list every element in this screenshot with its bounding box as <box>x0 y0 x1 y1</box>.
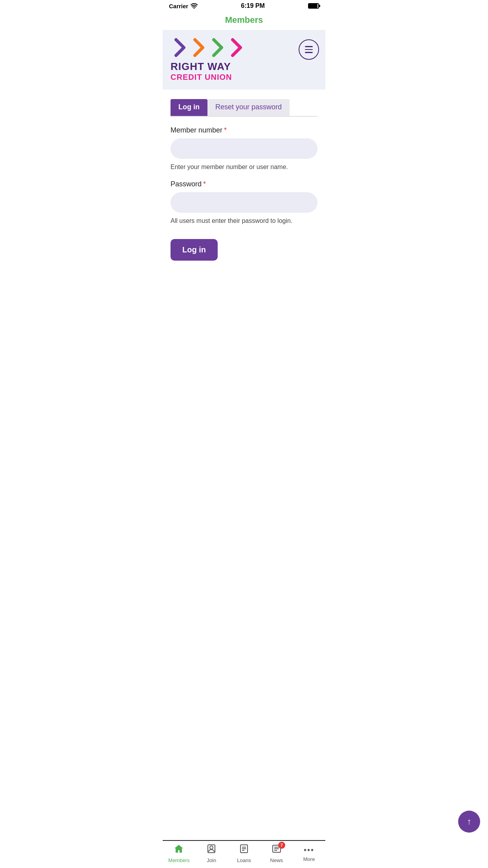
member-number-required: * <box>224 126 227 134</box>
logo-section: RIGHT WAY CREDIT UNION <box>171 38 246 82</box>
password-required: * <box>203 180 206 188</box>
password-group: Password * All users must enter their pa… <box>171 180 317 225</box>
logo-arrow-orange <box>189 38 208 57</box>
member-number-label: Member number * <box>171 126 317 134</box>
member-number-group: Member number * Enter your member number… <box>171 126 317 171</box>
logo-arrow-green <box>208 38 227 57</box>
logo-credit-union: CREDIT UNION <box>171 73 246 82</box>
hamburger-menu-button[interactable] <box>299 39 319 60</box>
status-carrier: Carrier <box>169 3 198 9</box>
hamburger-icon <box>305 46 313 53</box>
logo-right-way: RIGHT WAY <box>171 61 246 73</box>
member-number-hint: Enter your member number or user name. <box>171 163 317 171</box>
status-time: 6:19 PM <box>241 2 264 9</box>
page-title: Members <box>163 11 325 30</box>
login-button[interactable]: Log in <box>171 239 218 261</box>
password-hint: All users must enter their password to l… <box>171 217 317 225</box>
tab-reset-password[interactable]: Reset your password <box>207 99 290 116</box>
wifi-icon <box>191 3 198 9</box>
main-content: Log in Reset your password Member number… <box>163 90 325 268</box>
status-bar: Carrier 6:19 PM <box>163 0 325 11</box>
carrier-text: Carrier <box>169 3 188 9</box>
tabs-container: Log in Reset your password <box>171 99 317 117</box>
password-input[interactable] <box>171 192 317 213</box>
logo-arrow-pink <box>227 38 246 57</box>
member-number-input[interactable] <box>171 138 317 159</box>
logo-arrows <box>171 38 246 57</box>
tab-login[interactable]: Log in <box>171 99 207 116</box>
logo-arrow-purple <box>171 38 189 57</box>
header-banner: RIGHT WAY CREDIT UNION <box>163 30 325 90</box>
battery-icon <box>308 3 319 9</box>
password-label: Password * <box>171 180 317 188</box>
